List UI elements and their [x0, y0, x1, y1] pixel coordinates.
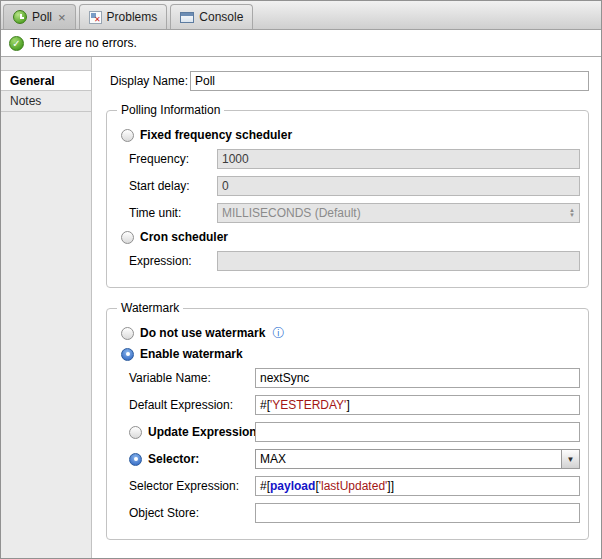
time-unit-row: Time unit: MILLISECONDS (Default) [129, 203, 580, 223]
expression-string: 'lastUpdated' [319, 479, 388, 493]
display-name-row: Display Name: [110, 71, 589, 91]
frequency-input [217, 149, 580, 169]
close-tab-icon[interactable] [58, 11, 66, 24]
cron-expression-label: Expression: [129, 254, 217, 268]
editor-tab-bar: Poll Problems Console [1, 1, 601, 30]
no-watermark-row: Do not use watermark [121, 326, 580, 340]
selector-expression-row: Selector Expression: #[payload['lastUpda… [129, 476, 580, 496]
tab-poll-label: Poll [32, 10, 52, 24]
general-panel: Display Name: Polling Information Fixed … [91, 57, 601, 558]
expression-string: 'YESTERDAY' [270, 398, 346, 412]
status-text: There are no errors. [30, 36, 137, 50]
combo-dropdown-icon[interactable] [561, 450, 579, 468]
stepper-arrows-icon [567, 208, 577, 218]
selector-value: MAX [256, 450, 561, 468]
sidebar-item-notes[interactable]: Notes [1, 91, 91, 112]
selector-row: Selector: MAX [129, 449, 580, 469]
expression-text: #[ [260, 398, 270, 412]
default-expression-row: Default Expression: #['YESTERDAY'] [129, 395, 580, 415]
selector-combo[interactable]: MAX [255, 449, 580, 469]
selector-expression-label: Selector Expression: [129, 479, 255, 493]
object-store-input[interactable] [255, 503, 580, 523]
fixed-frequency-radio[interactable] [121, 129, 134, 142]
expression-text: ] [346, 398, 349, 412]
cron-expression-input [217, 251, 580, 271]
sidebar-item-general[interactable]: General [1, 70, 91, 91]
selector-label: Selector: [148, 452, 199, 466]
start-delay-label: Start delay: [129, 179, 217, 193]
time-unit-label: Time unit: [129, 206, 217, 220]
success-check-icon [9, 36, 24, 51]
default-expression-field[interactable]: #['YESTERDAY'] [255, 395, 580, 415]
enable-watermark-row: Enable watermark [121, 347, 580, 361]
info-icon[interactable] [272, 327, 284, 339]
no-watermark-label: Do not use watermark [140, 326, 265, 340]
selector-radio[interactable] [129, 453, 142, 466]
enable-watermark-label: Enable watermark [140, 347, 243, 361]
frequency-row: Frequency: [129, 149, 580, 169]
update-expression-radio[interactable] [129, 426, 142, 439]
cron-expression-row: Expression: [129, 251, 580, 271]
polling-information-group: Polling Information Fixed frequency sche… [106, 103, 589, 288]
time-unit-select: MILLISECONDS (Default) [217, 203, 580, 223]
tab-console-label: Console [199, 10, 243, 24]
cron-scheduler-label: Cron scheduler [140, 230, 228, 244]
update-expression-input[interactable] [255, 422, 580, 442]
fixed-frequency-label: Fixed frequency scheduler [140, 128, 292, 142]
start-delay-input [217, 176, 580, 196]
tab-problems-label: Problems [107, 10, 158, 24]
watermark-group-title: Watermark [117, 301, 183, 315]
expression-text: ]] [387, 479, 394, 493]
fixed-frequency-row: Fixed frequency scheduler [121, 128, 580, 142]
tab-console[interactable]: Console [170, 4, 253, 29]
object-store-row: Object Store: [129, 503, 580, 523]
poll-clock-icon [13, 10, 27, 24]
selector-expression-field[interactable]: #[payload['lastUpdated']] [255, 476, 580, 496]
poll-properties-window: Poll Problems Console There are no error… [0, 0, 602, 559]
update-expression-row: Update Expression: [129, 422, 580, 442]
status-bar: There are no errors. [1, 30, 601, 57]
no-watermark-radio[interactable] [121, 327, 134, 340]
watermark-group: Watermark Do not use watermark Enable wa… [106, 301, 589, 540]
console-icon [180, 12, 194, 23]
cron-scheduler-radio[interactable] [121, 231, 134, 244]
problems-icon [89, 11, 102, 24]
object-store-label: Object Store: [129, 506, 255, 520]
default-expression-label: Default Expression: [129, 398, 255, 412]
sidebar: General Notes [1, 57, 91, 558]
polling-group-title: Polling Information [117, 103, 224, 117]
tab-problems[interactable]: Problems [79, 4, 168, 29]
tab-poll[interactable]: Poll [3, 4, 76, 29]
update-expression-label: Update Expression: [148, 425, 261, 439]
display-name-input[interactable] [190, 71, 589, 91]
start-delay-row: Start delay: [129, 176, 580, 196]
expression-keyword: payload [270, 479, 315, 493]
expression-text: #[ [260, 479, 270, 493]
time-unit-value: MILLISECONDS (Default) [222, 206, 567, 220]
cron-row: Cron scheduler [121, 230, 580, 244]
enable-watermark-radio[interactable] [121, 348, 134, 361]
variable-name-label: Variable Name: [129, 371, 255, 385]
frequency-label: Frequency: [129, 152, 217, 166]
variable-name-row: Variable Name: [129, 368, 580, 388]
display-name-label: Display Name: [110, 74, 190, 88]
variable-name-input[interactable] [255, 368, 580, 388]
properties-body: General Notes Display Name: Polling Info… [1, 57, 601, 558]
